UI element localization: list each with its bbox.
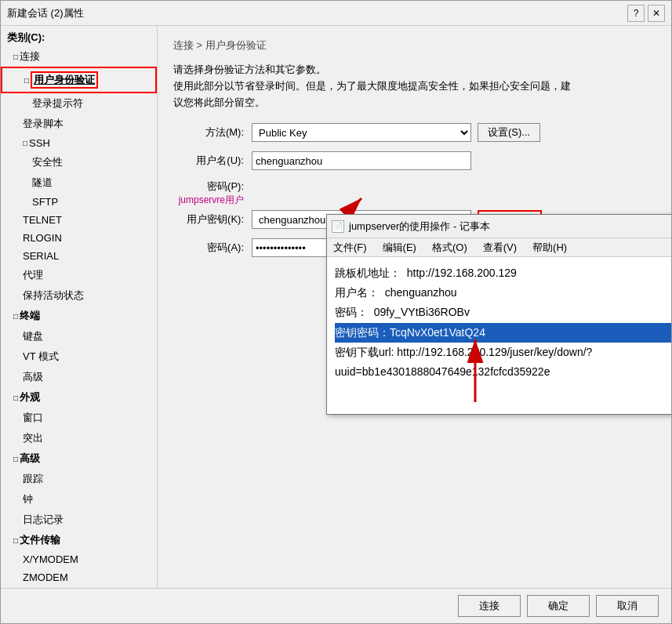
- sidebar-deng-lu-ti-shi-label: 登录提示符: [32, 96, 83, 111]
- sidebar-item-xymodem[interactable]: X/YMODEM: [1, 550, 157, 568]
- description-line2: 使用此部分以节省登录时间。但是，为了最大限度地提高安全性，如果担心安全问题，建: [173, 78, 656, 95]
- sidebar-item-wai-guan[interactable]: □ 外观: [1, 387, 157, 408]
- method-row: 方法(M): Public Key 设置(S)...: [173, 123, 656, 142]
- password-top-label: 密码(P):: [173, 180, 244, 194]
- notepad-menu-edit[interactable]: 编辑(E): [380, 239, 420, 256]
- sidebar-zhong-label: 钟: [23, 492, 33, 506]
- sidebar-item-deng-lu-jiao-ben[interactable]: 登录脚本: [1, 114, 157, 134]
- sidebar-item-serial[interactable]: SERIAL: [1, 247, 157, 265]
- sidebar-item-jian-pan[interactable]: 键盘: [1, 326, 157, 346]
- sidebar-item-zhong-duan[interactable]: □ 终端: [1, 306, 157, 326]
- sidebar-jian-pan-label: 键盘: [23, 329, 43, 343]
- sidebar-item-dai-li[interactable]: 代理: [1, 265, 157, 285]
- sidebar-item-sui-dao[interactable]: 隧道: [1, 172, 157, 193]
- sidebar-item-ri-zhi-ji-lu[interactable]: 日志记录: [1, 510, 157, 530]
- notepad-menu-file[interactable]: 文件(F): [330, 239, 370, 256]
- notepad-title: jumpserver的使用操作 - 记事本: [349, 219, 490, 234]
- dialog-title: 新建会话 (2)属性: [7, 6, 84, 20]
- notepad-line-4-highlighted: 密钥密码：TcqNvX0et1VatQ24: [335, 323, 671, 343]
- sidebar-item-tu-chu[interactable]: 突出: [1, 428, 157, 448]
- notepad-line-6: uuid=bb1e4301888047649e132fcfcd35922e: [335, 362, 671, 382]
- sidebar-item-gao-ji-terminal[interactable]: 高级: [1, 367, 157, 387]
- sidebar-gen-zong-label: 跟踪: [23, 472, 43, 486]
- notepad-menu-help[interactable]: 帮助(H): [529, 239, 570, 256]
- notepad-content: 跳板机地址： http://192.168.200.129 用户名： cheng…: [327, 257, 671, 414]
- notepad-line-2: 用户名： chenguanzhou: [335, 283, 671, 303]
- sidebar-wai-guan-label: 外观: [20, 390, 40, 405]
- method-select[interactable]: Public Key: [252, 123, 471, 142]
- password-label-group: 密码(P): jumpservre用户: [173, 180, 244, 207]
- sidebar-gao-ji-terminal-label: 高级: [23, 370, 43, 384]
- sidebar-item-chuang-kou[interactable]: 窗口: [1, 408, 157, 428]
- expand-icon-gao-ji: □: [13, 455, 18, 463]
- sidebar-item-gao-ji[interactable]: □ 高级: [1, 448, 157, 469]
- sidebar-gao-ji-label: 高级: [20, 452, 40, 466]
- sidebar-item-zhong[interactable]: 钟: [1, 489, 157, 510]
- sidebar-xymodem-label: X/YMODEM: [23, 553, 78, 565]
- help-button[interactable]: ?: [627, 5, 645, 22]
- content-panel: 连接 > 用户身份验证 请选择身份验证方法和其它参数。 使用此部分以节省登录时间…: [158, 26, 671, 588]
- expand-icon-zhong-duan: □: [13, 312, 18, 321]
- sidebar-deng-lu-jiao-ben-label: 登录脚本: [23, 117, 64, 131]
- sidebar-zmodem-label: ZMODEM: [23, 571, 68, 583]
- notepad-line-3: 密码： 09fy_VYtBi36ROBv: [335, 303, 671, 322]
- sidebar-item-yong-hu[interactable]: □ 用户身份验证: [1, 67, 157, 93]
- notepad-window: 📄 jumpserver的使用操作 - 记事本 — □ ✕ 文件(F) 编辑(E…: [326, 214, 671, 415]
- user-key-label: 用户密钥(K):: [173, 212, 244, 227]
- close-button[interactable]: ✕: [648, 5, 665, 22]
- sidebar-ri-zhi-label: 日志记录: [23, 513, 64, 527]
- expand-icon-yong-hu: □: [24, 76, 29, 85]
- sidebar-item-vt-mo-shi[interactable]: VT 模式: [1, 346, 157, 367]
- sidebar-item-bao-huo[interactable]: 保持活动状态: [1, 285, 157, 306]
- password-label-row: 密码(P): jumpservre用户: [173, 180, 656, 207]
- username-input[interactable]: [252, 151, 471, 170]
- username-row: 用户名(U):: [173, 151, 656, 170]
- sidebar-item-ssh[interactable]: □ SSH: [1, 134, 157, 152]
- notepad-menu: 文件(F) 编辑(E) 格式(O) 查看(V) 帮助(H): [327, 238, 671, 257]
- sidebar-sui-dao-label: 隧道: [32, 176, 53, 190]
- notepad-titlebar: 📄 jumpserver的使用操作 - 记事本 — □ ✕: [327, 215, 671, 238]
- notepad-line-5: 密钥下载url: http://192.168.200.129/juser/ke…: [335, 343, 671, 362]
- ok-button[interactable]: 确定: [527, 595, 590, 617]
- sidebar-chuang-kou-label: 窗口: [23, 411, 43, 425]
- connect-button[interactable]: 连接: [458, 595, 521, 617]
- sidebar-zhong-duan-label: 终端: [20, 309, 40, 323]
- sidebar-rlogin-label: RLOGIN: [23, 232, 62, 244]
- sidebar-item-lian-jie[interactable]: □ 连接: [1, 46, 157, 67]
- method-label: 方法(M):: [173, 125, 244, 140]
- dialog-body: 类别(C): □ 连接 □ 用户身份验证 登录提示符: [1, 26, 671, 588]
- sidebar-item-rlogin[interactable]: RLOGIN: [1, 229, 157, 247]
- sidebar-ssh-label: SSH: [29, 137, 50, 149]
- sidebar-item-zmodem[interactable]: ZMODEM: [1, 568, 157, 586]
- notepad-menu-format[interactable]: 格式(O): [429, 239, 470, 256]
- sidebar-item-sftp[interactable]: SFTP: [1, 193, 157, 211]
- sidebar-wen-jian-label: 文件传输: [20, 533, 60, 547]
- sidebar-item-wen-jian-chuan-shu[interactable]: □ 文件传输: [1, 530, 157, 550]
- sidebar-an-quan-xing-label: 安全性: [32, 155, 63, 169]
- sidebar-item-deng-lu-ti-shi[interactable]: 登录提示符: [1, 93, 157, 114]
- sidebar-tu-chu-label: 突出: [23, 431, 43, 445]
- settings-button[interactable]: 设置(S)...: [478, 123, 540, 142]
- notepad-menu-view[interactable]: 查看(V): [480, 239, 520, 256]
- cancel-button[interactable]: 取消: [596, 595, 659, 617]
- sidebar-item-gen-zong[interactable]: 跟踪: [1, 469, 157, 489]
- passphrase-label: 密码(A):: [173, 241, 244, 255]
- description-line3: 议您将此部分留空。: [173, 95, 656, 111]
- title-bar-controls: ? ✕: [627, 5, 665, 22]
- sidebar-telnet-label: TELNET: [23, 214, 62, 226]
- notepad-icon: 📄: [332, 220, 344, 233]
- username-label: 用户名(U):: [173, 154, 244, 168]
- description-line1: 请选择身份验证方法和其它参数。: [173, 62, 656, 78]
- sidebar-serial-label: SERIAL: [23, 250, 59, 262]
- sidebar-item-an-quan-xing[interactable]: 安全性: [1, 152, 157, 172]
- breadcrumb: 连接 > 用户身份验证: [173, 38, 656, 53]
- sidebar-item-telnet[interactable]: TELNET: [1, 211, 157, 229]
- sidebar-category-label: 类别(C):: [1, 29, 157, 46]
- sidebar-bao-huo-label: 保持活动状态: [23, 288, 84, 303]
- expand-icon-ssh: □: [23, 139, 27, 147]
- expand-icon-wen-jian: □: [13, 536, 18, 545]
- sidebar-vt-mo-shi-label: VT 模式: [23, 350, 59, 364]
- main-dialog: 新建会话 (2)属性 ? ✕ 类别(C): □ 连接 □ 用户身份验证: [0, 0, 672, 624]
- title-bar: 新建会话 (2)属性 ? ✕: [1, 1, 671, 26]
- sidebar: 类别(C): □ 连接 □ 用户身份验证 登录提示符: [1, 26, 158, 588]
